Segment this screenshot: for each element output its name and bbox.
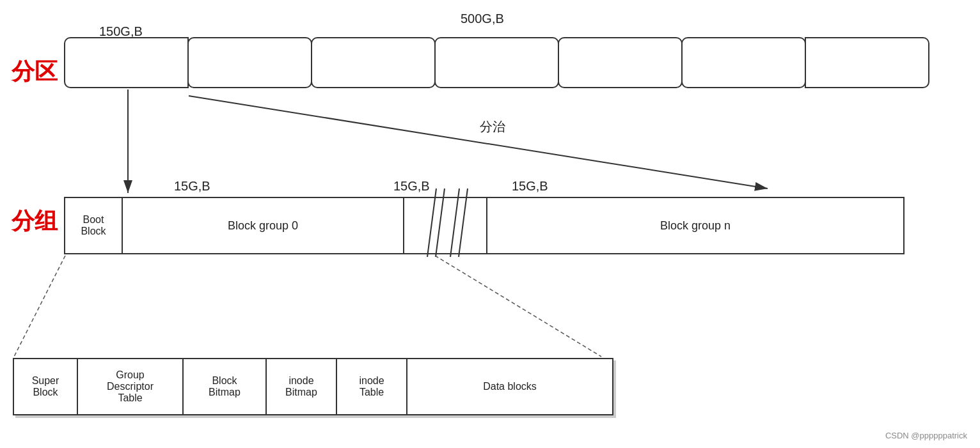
detail-row: SuperBlock GroupDescriptorTable BlockBit… [13, 358, 613, 415]
label-500gb: 500G,B [461, 12, 504, 26]
group-row: BootBlock Block group 0 Block group n [64, 197, 905, 254]
group-label: 分组 [12, 206, 58, 237]
label-fenzhi: 分治 [480, 118, 505, 135]
dc-data: Data blocks [407, 359, 612, 414]
dc-group-desc: GroupDescriptorTable [78, 359, 184, 414]
partition-block-2 [187, 37, 312, 88]
label-15gb-3: 15G,B [512, 179, 548, 194]
cell-groupn: Block group n [487, 198, 903, 253]
partition-label: 分区 [12, 56, 58, 88]
dc-block-bmp: BlockBitmap [184, 359, 267, 414]
diagram-container: 分区 150G,B 500G,B 分组 15G,B 15G,B 15G,B 分治… [0, 0, 980, 448]
partition-block-4 [434, 37, 559, 88]
label-15gb-1: 15G,B [174, 179, 210, 194]
partition-block-5 [558, 37, 683, 88]
partition-block-3 [311, 37, 436, 88]
cell-gap [404, 198, 487, 253]
watermark: CSDN @ppppppatrick [885, 431, 967, 440]
dc-super: SuperBlock [14, 359, 78, 414]
cell-boot: BootBlock [65, 198, 123, 253]
partition-blocks [64, 37, 928, 88]
svg-line-3 [189, 96, 768, 189]
partition-block-7 [805, 37, 929, 88]
svg-line-8 [14, 256, 65, 357]
cell-group0: Block group 0 [123, 198, 404, 253]
partition-block-6 [681, 37, 806, 88]
label-15gb-2: 15G,B [393, 179, 430, 194]
dc-inode-table: inodeTable [337, 359, 407, 414]
svg-line-9 [435, 256, 601, 357]
dc-inode-bmp: inodeBitmap [267, 359, 337, 414]
partition-block-1 [64, 37, 189, 88]
